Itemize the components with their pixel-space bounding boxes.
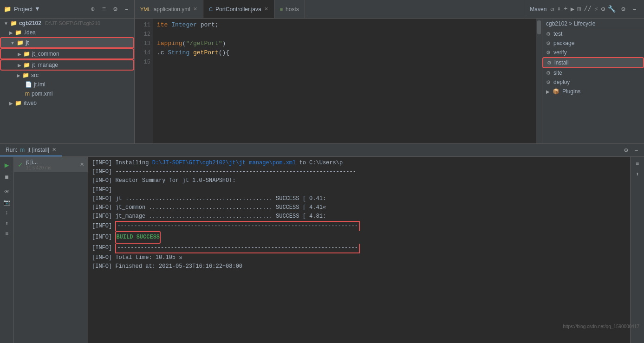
run-play-icon[interactable]: ▶	[5, 161, 9, 170]
idea-chevron: ▶	[9, 30, 13, 35]
left-panel-icon-4[interactable]: ⬆	[5, 220, 8, 227]
itweb-chevron: ▶	[9, 101, 13, 106]
watermark: https://blog.csdn.net/qq_1590000417	[563, 324, 639, 329]
run-output: ▶ ■ 👁 📷 ↕ ⬆ ≡ ✓ jt [i... 11 s 420 ms ✕ […	[0, 157, 644, 343]
refresh-icon[interactable]: ↺	[550, 5, 554, 13]
console-line-jt: [INFO] jt ..............................…	[92, 194, 626, 203]
minimize-icon[interactable]: –	[123, 4, 130, 14]
maven-settings-icon[interactable]: ⚙	[601, 5, 605, 13]
bottom-panel: Run: m jt [install] ✕ ⚙ – ▶ ■ 👁 📷 ↕ ⬆ ≡ …	[0, 143, 644, 343]
run-settings-icon[interactable]: ⚙	[622, 145, 630, 155]
maven-m-icon[interactable]: m	[577, 5, 581, 13]
close-run-item[interactable]: ✕	[80, 162, 84, 168]
bottom-tab-run[interactable]: Run: m jt [install] ✕	[0, 144, 62, 156]
sidebar-item-src[interactable]: ▶ 📁 src	[0, 71, 134, 80]
tab-application-yml[interactable]: YML application.yml ✕	[135, 0, 203, 18]
maven-item-test[interactable]: ⚙ test	[542, 29, 644, 39]
maven-bolt-icon[interactable]: ⚡	[594, 5, 598, 13]
maven-run-icon[interactable]: ▶	[571, 5, 574, 13]
maven-download-icon[interactable]: ⬇	[557, 5, 561, 13]
java-icon: C	[209, 6, 213, 12]
maven-tab-label[interactable]: Maven	[530, 6, 546, 13]
console-output[interactable]: [INFO] Installing D:\JT-SOFT\GIT\cgb2102…	[88, 157, 630, 343]
maven-item-site-label: site	[553, 70, 562, 76]
right-side-panel: ≡ ⬆	[630, 157, 644, 343]
maven-parallel-icon[interactable]: //	[584, 5, 592, 13]
jt-manage-chevron: ▶	[18, 63, 21, 68]
gear-icon-deploy: ⚙	[546, 79, 551, 85]
line-numbers: 11 12 13 14 15	[135, 19, 153, 143]
settings-icon[interactable]: ⚙	[111, 4, 119, 14]
minimize-right-icon[interactable]: –	[631, 5, 638, 14]
run-minimize-icon[interactable]: –	[633, 145, 640, 155]
run-list-item-jt[interactable]: ✓ jt [i... 11 s 420 ms ✕	[14, 157, 88, 172]
maven-item-verify-label: verify	[553, 49, 567, 56]
maven-item-package[interactable]: ⚙ package	[542, 39, 644, 48]
sidebar-item-jt-manage[interactable]: ▶ 📁 jt_manage	[0, 59, 134, 71]
line-num-12: 12	[135, 30, 150, 39]
run-item-label: jt [i...	[26, 159, 51, 165]
left-panel-icon-3[interactable]: ↕	[5, 210, 8, 216]
close-application-yml[interactable]: ✕	[193, 6, 197, 12]
project-label[interactable]: Project	[14, 6, 33, 13]
code-content[interactable]: ite Integer port; lapping("/getPort") .c…	[153, 19, 542, 69]
gear-icon-package: ⚙	[546, 40, 551, 46]
left-panel-icon-2[interactable]: 📷	[3, 199, 10, 206]
sidebar-item-pom-xml[interactable]: m pom.xml	[0, 89, 134, 98]
settings-right-icon[interactable]: ⚙	[619, 4, 627, 14]
console-line-total-time: [INFO] Total time: 10.105 s	[92, 253, 626, 262]
tab-label-application-yml: application.yml	[154, 6, 190, 13]
close-run-tab[interactable]: ✕	[52, 147, 56, 153]
left-panel-icon-5[interactable]: ≡	[5, 231, 8, 237]
close-portcontroller-java[interactable]: ✕	[264, 6, 268, 12]
main-content: ▼ 📁 cgb2102 D:\JT-SOFT\GIT\cgb210 ▶ 📁 .i…	[0, 19, 644, 143]
tab-label-hosts: hosts	[286, 6, 299, 13]
code-line-13: lapping("/getPort")	[157, 39, 538, 48]
scroll-thumb[interactable]	[537, 20, 541, 34]
src-chevron: ▶	[17, 73, 20, 78]
maven-item-install[interactable]: ⚙ install	[542, 57, 644, 68]
tabs-bar: YML application.yml ✕ C PortController.j…	[135, 0, 524, 18]
run-config-label: jt [install]	[27, 147, 49, 153]
console-line-build-success: [INFO] BUILD SUCCESS	[92, 231, 626, 244]
stop-icon[interactable]: ■	[5, 174, 8, 181]
sidebar-item-jt-common[interactable]: ▶ 📁 jt_common	[0, 48, 134, 59]
maven-item-verify[interactable]: ⚙ verify	[542, 48, 644, 57]
jt-common-label: jt_common	[32, 51, 59, 57]
layout-icon[interactable]: ≡	[100, 4, 108, 14]
maven-item-plugins[interactable]: ▶ 📦 Plugins	[542, 87, 644, 96]
code-view: 11 12 13 14 15 ite Integer port; lapping…	[135, 19, 542, 143]
run-icon: m	[20, 147, 25, 153]
line-num-13: 13	[135, 39, 150, 48]
console-right-icon-1[interactable]: ≡	[636, 161, 639, 167]
maven-wrench-icon[interactable]: 🔧	[608, 5, 616, 13]
maven-item-deploy[interactable]: ⚙ deploy	[542, 78, 644, 87]
maven-item-site[interactable]: ⚙ site	[542, 68, 644, 78]
project-dropdown-arrow[interactable]: ▼	[35, 6, 39, 13]
sidebar-root[interactable]: ▼ 📁 cgb2102 D:\JT-SOFT\GIT\cgb210	[0, 19, 134, 28]
success-checkmark-icon: ✓	[18, 161, 23, 168]
sidebar-item-itweb[interactable]: ▶ 📁 itweb	[0, 98, 134, 108]
maven-add-icon[interactable]: +	[564, 5, 567, 13]
console-line-finished: [INFO] Finished at: 2021-05-23T16:16:22+…	[92, 262, 626, 271]
line-num-15: 15	[135, 58, 150, 67]
run-item-time: 11 s 420 ms	[26, 165, 51, 170]
console-line-jt-manage: [INFO] jt_manage .......................…	[92, 212, 626, 221]
root-label: cgb2102	[19, 20, 41, 26]
editor-area: 11 12 13 14 15 ite Integer port; lapping…	[135, 19, 542, 143]
src-folder-icon: 📁	[22, 72, 29, 78]
sidebar-item-jt-iml[interactable]: 📄 jt.iml	[0, 80, 134, 89]
tab-portcontroller-java[interactable]: C PortController.java ✕	[203, 0, 274, 18]
pom-label: pom.xml	[32, 91, 52, 97]
add-icon[interactable]: ⊕	[89, 4, 96, 14]
console-right-icon-2[interactable]: ⬆	[636, 171, 639, 178]
maven-item-install-label: install	[554, 59, 569, 66]
gear-icon-verify: ⚙	[546, 50, 551, 56]
pom-xml-link[interactable]: D:\JT-SOFT\GIT\cgb2102\jt\jt_manage\pom.…	[152, 160, 296, 166]
tab-hosts[interactable]: ≡ hosts	[274, 0, 305, 18]
console-line-installing: [INFO] Installing D:\JT-SOFT\GIT\cgb2102…	[92, 159, 626, 168]
iml-icon: 📄	[25, 81, 32, 88]
left-panel-icon-1[interactable]: 👁	[4, 188, 10, 195]
sidebar-item-idea[interactable]: ▶ 📁 .idea	[0, 28, 134, 37]
sidebar-item-jt[interactable]: ▼ 📁 jt	[0, 37, 134, 48]
